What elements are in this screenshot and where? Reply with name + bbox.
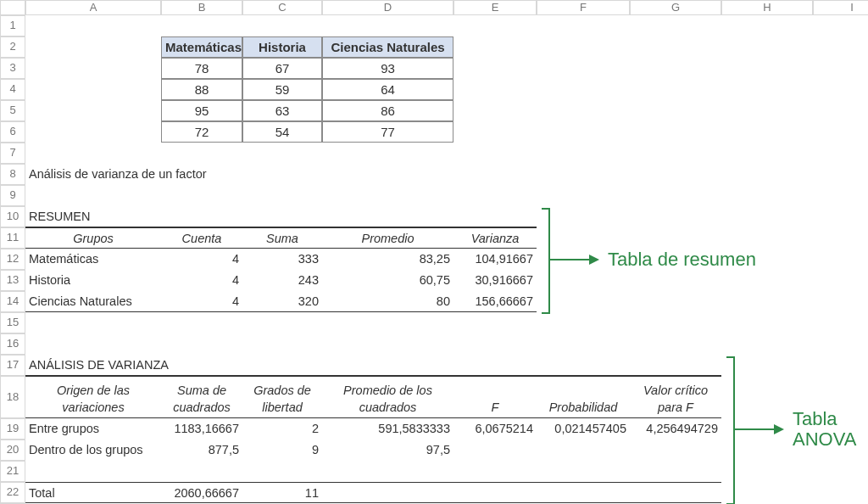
anova-value[interactable]: 1183,16667 [161,418,242,440]
row-header-7[interactable]: 7 [0,143,25,164]
summary-value[interactable]: 83,25 [322,249,453,270]
data-table-cell[interactable]: 72 [161,121,242,143]
column-header-F[interactable]: F [537,0,630,15]
row-header-5[interactable]: 5 [0,100,25,121]
anova-value[interactable]: 4,256494729 [630,418,721,440]
anova-value[interactable]: 9 [242,440,322,461]
row-header-6[interactable]: 6 [0,121,25,143]
summary-value[interactable]: 243 [242,270,322,291]
column-header-G[interactable]: G [630,0,721,15]
row-header-22[interactable]: 22 [0,482,25,503]
data-table-header[interactable]: Historia [242,36,322,58]
row-header-2[interactable]: 2 [0,36,25,58]
anova-header[interactable]: Grados de libertad [242,376,322,418]
anova-header[interactable]: Origen de las variaciones [25,376,161,418]
data-table-header[interactable]: Ciencias Naturales [322,36,453,58]
anova-value[interactable]: 6,0675214 [453,418,537,440]
select-all-corner[interactable] [0,0,25,15]
summary-value[interactable]: 4 [161,249,242,270]
anova-value[interactable]: 0,021457405 [537,418,630,440]
summary-header[interactable]: Cuenta [161,227,242,249]
anova-value[interactable]: 2 [242,418,322,440]
anova-total-label[interactable]: Total [25,482,161,503]
column-header-E[interactable]: E [453,0,537,15]
anova-value[interactable]: 591,5833333 [322,418,453,440]
annotation-arrow-line [548,259,591,261]
annotation-bracket-anova [726,356,735,504]
data-table-cell[interactable]: 86 [322,100,453,121]
data-table-cell[interactable]: 63 [242,100,322,121]
summary-value[interactable]: 30,916667 [453,270,537,291]
row-header-18[interactable]: 18 [0,376,25,418]
row-header-10[interactable]: 10 [0,206,25,227]
resumen-heading[interactable]: RESUMEN [25,206,537,227]
row-header-20[interactable]: 20 [0,440,25,461]
row-header-4[interactable]: 4 [0,79,25,100]
row-header-14[interactable]: 14 [0,291,25,312]
row-header-9[interactable]: 9 [0,185,25,206]
anova-total-value[interactable] [322,482,453,503]
summary-header[interactable]: Varianza [453,227,537,249]
summary-value[interactable]: 333 [242,249,322,270]
column-header-B[interactable]: B [161,0,242,15]
data-table-cell[interactable]: 64 [322,79,453,100]
anova-header[interactable]: Valor crítico para F [630,376,721,418]
anova-source[interactable]: Entre grupos [25,418,161,440]
column-header-I[interactable]: I [813,0,868,15]
summary-group[interactable]: Matemáticas [25,249,161,270]
data-table-cell[interactable]: 54 [242,121,322,143]
row-header-15[interactable]: 15 [0,312,25,333]
spreadsheet-view[interactable]: ABCDEFGHI1234567891011121314151617181920… [0,0,868,504]
row-header-3[interactable]: 3 [0,58,25,79]
anova-title[interactable]: Análisis de varianza de un factor [25,164,453,185]
summary-value[interactable]: 60,75 [322,270,453,291]
anova-total-value[interactable] [630,482,721,503]
annotation-arrow-head [774,424,784,434]
data-table-header[interactable]: Matemáticas [161,36,242,58]
data-table-cell[interactable]: 77 [322,121,453,143]
anova-total-value[interactable] [537,482,630,503]
row-header-17[interactable]: 17 [0,355,25,376]
summary-value[interactable]: 4 [161,270,242,291]
row-header-21[interactable]: 21 [0,461,25,482]
data-table-cell[interactable]: 78 [161,58,242,79]
anova-total-value[interactable] [453,482,537,503]
column-header-H[interactable]: H [721,0,813,15]
anova-header[interactable]: Suma de cuadrados [161,376,242,418]
anova-value[interactable]: 97,5 [322,440,453,461]
anova-header[interactable]: Promedio de los cuadrados [322,376,453,418]
annotation-arrow-line [733,428,776,431]
data-table-cell[interactable]: 67 [242,58,322,79]
row-header-12[interactable]: 12 [0,249,25,270]
data-table-cell[interactable]: 95 [161,100,242,121]
summary-value[interactable]: 156,66667 [453,291,537,312]
anova-header[interactable]: F [453,376,537,418]
row-header-1[interactable]: 1 [0,15,25,36]
anova-heading[interactable]: ANÁLISIS DE VARIANZA [25,355,721,376]
row-header-16[interactable]: 16 [0,333,25,355]
anova-value[interactable]: 877,5 [161,440,242,461]
summary-value[interactable]: 4 [161,291,242,312]
anova-total-value[interactable]: 2060,66667 [161,482,242,503]
summary-header[interactable]: Grupos [25,227,161,249]
summary-header[interactable]: Suma [242,227,322,249]
column-header-A[interactable]: A [25,0,161,15]
row-header-11[interactable]: 11 [0,227,25,249]
summary-group[interactable]: Ciencias Naturales [25,291,161,312]
column-header-D[interactable]: D [322,0,453,15]
summary-value[interactable]: 80 [322,291,453,312]
row-header-19[interactable]: 19 [0,418,25,440]
summary-value[interactable]: 320 [242,291,322,312]
summary-group[interactable]: Historia [25,270,161,291]
anova-header[interactable]: Probabilidad [537,376,630,418]
summary-header[interactable]: Promedio [322,227,453,249]
anova-total-value[interactable]: 11 [242,482,322,503]
data-table-cell[interactable]: 88 [161,79,242,100]
summary-value[interactable]: 104,91667 [453,249,537,270]
row-header-8[interactable]: 8 [0,164,25,185]
row-header-13[interactable]: 13 [0,270,25,291]
data-table-cell[interactable]: 93 [322,58,453,79]
data-table-cell[interactable]: 59 [242,79,322,100]
anova-source[interactable]: Dentro de los grupos [25,440,161,461]
column-header-C[interactable]: C [242,0,322,15]
